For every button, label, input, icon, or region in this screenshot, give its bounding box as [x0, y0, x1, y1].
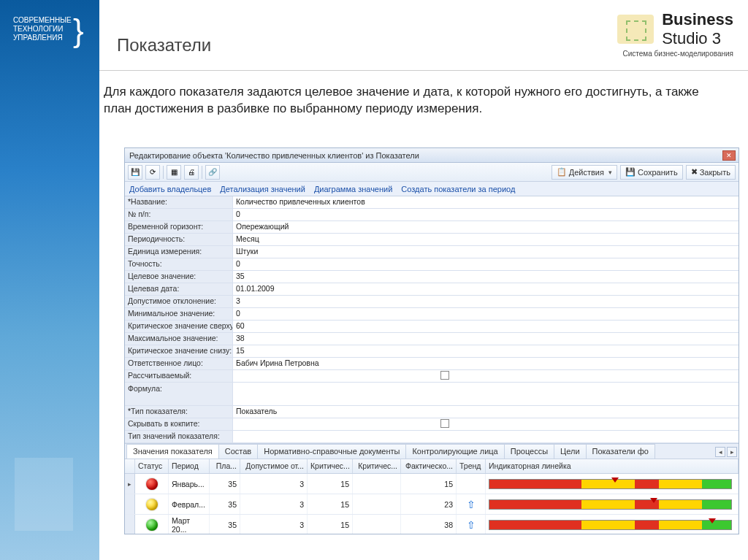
- grid-icon[interactable]: ▦: [167, 165, 181, 180]
- form-value[interactable]: 60: [233, 321, 739, 332]
- tab-nav-button[interactable]: ◂: [715, 447, 725, 457]
- col-indicator[interactable]: Индикаторная линейка: [486, 459, 739, 473]
- logo-line: УПРАВЛЕНИЯ: [13, 34, 72, 42]
- form-value[interactable]: Штуки: [233, 246, 739, 258]
- form-label: Тип показателя:: [125, 406, 233, 418]
- form-row: Периодичность:Месяц: [125, 234, 739, 246]
- status-dot-green: [146, 519, 158, 531]
- table-row[interactable]: Март 20...3531538⇧: [125, 515, 739, 534]
- cell: 35: [210, 515, 240, 534]
- form-row: Единица измерения:Штуки: [125, 246, 739, 258]
- app-window: Редактирование объекта 'Количество привл…: [124, 147, 739, 534]
- cell: 38: [401, 515, 457, 534]
- form-value[interactable]: Месяц: [233, 234, 739, 245]
- form-value[interactable]: 0: [233, 209, 739, 220]
- form-value[interactable]: 01.01.2009: [233, 283, 739, 295]
- tab[interactable]: Нормативно-справочные документы: [257, 444, 406, 459]
- table-row[interactable]: Феврал...3531523⇧: [125, 494, 739, 515]
- cell-trend: ⇧: [457, 515, 486, 534]
- cell: 15: [401, 474, 457, 494]
- gauge: [489, 479, 732, 489]
- form-label: Целевое значение:: [125, 271, 233, 283]
- divider: [99, 70, 748, 71]
- refresh-icon[interactable]: ⟳: [145, 165, 160, 180]
- left-logo: СОВРЕМЕННЫЕ ТЕХНОЛОГИИ УПРАВЛЕНИЯ }: [13, 16, 72, 42]
- link-diagram[interactable]: Диаграмма значений: [314, 185, 392, 193]
- tab[interactable]: Значения показателя: [126, 444, 219, 459]
- col-crit2[interactable]: Критичес...: [353, 459, 401, 473]
- table-row[interactable]: ▸Январь...3531515: [125, 474, 739, 494]
- col-dev[interactable]: Допустимое от...: [240, 459, 308, 473]
- form-value[interactable]: 0: [233, 258, 739, 270]
- tab[interactable]: Состав: [218, 444, 258, 459]
- tab[interactable]: Цели: [554, 444, 586, 459]
- form-row: Название:Количество привлеченных клиенто…: [125, 196, 739, 209]
- form-value[interactable]: 35: [233, 271, 739, 283]
- linkbar: Добавить владельцев Детализация значений…: [125, 182, 739, 196]
- checkbox[interactable]: [440, 419, 449, 428]
- form-label: № п/п:: [125, 209, 233, 220]
- form-value[interactable]: 3: [233, 296, 739, 307]
- form-value[interactable]: [233, 431, 739, 442]
- close-icon[interactable]: ✕: [722, 150, 736, 161]
- cell: 15: [308, 474, 353, 494]
- form-row: Точность:0: [125, 258, 739, 271]
- tab[interactable]: Показатели фо: [586, 444, 655, 459]
- cell: 3: [240, 474, 308, 494]
- tab[interactable]: Контролирующие лица: [405, 444, 504, 459]
- close-button[interactable]: ✖ Закрыть: [686, 165, 736, 180]
- cell: 3: [240, 515, 308, 534]
- titlebar[interactable]: Редактирование объекта 'Количество привл…: [125, 148, 739, 163]
- cell-status: [135, 515, 169, 534]
- form-label: Целевая дата:: [125, 283, 233, 295]
- form-value[interactable]: 0: [233, 308, 739, 320]
- cell-period: Март 20...: [169, 515, 210, 534]
- form-value[interactable]: [233, 418, 739, 430]
- form-value[interactable]: Опережающий: [233, 221, 739, 233]
- cell: [353, 494, 401, 514]
- form-value[interactable]: Показатель: [233, 406, 739, 418]
- cell-indicator: [486, 474, 739, 494]
- form-label: Минимальное значение:: [125, 308, 233, 320]
- cell-trend: [457, 474, 486, 494]
- form-row: Формула:: [125, 383, 739, 406]
- tab-nav-button[interactable]: ▸: [727, 447, 737, 457]
- form-value[interactable]: Бабич Ирина Петровна: [233, 358, 739, 369]
- form-row: Критическое значение снизу:15: [125, 345, 739, 358]
- cell: 3: [240, 494, 308, 514]
- col-crit[interactable]: Критичес...: [308, 459, 353, 473]
- form-value[interactable]: Количество привлеченных клиентов: [233, 196, 739, 208]
- link-add-owners[interactable]: Добавить владельцев: [129, 185, 211, 193]
- cell-period: Январь...: [169, 474, 210, 494]
- form-row: Рассчитываемый:: [125, 370, 739, 383]
- col-plan[interactable]: Пла...: [210, 459, 240, 473]
- form-label: Периодичность:: [125, 234, 233, 245]
- save-icon[interactable]: 💾: [128, 165, 142, 180]
- save-button[interactable]: 💾 Сохранить: [620, 165, 683, 180]
- checkbox[interactable]: [440, 371, 449, 380]
- cell-indicator: [486, 494, 739, 514]
- col-fact[interactable]: Фактическо...: [401, 459, 457, 473]
- tab[interactable]: Процессы: [504, 444, 554, 459]
- form-label: Тип значений показателя:: [125, 431, 233, 442]
- col-status[interactable]: Статус: [135, 459, 169, 473]
- gauge: [489, 520, 732, 530]
- form-label: Единица измерения:: [125, 246, 233, 258]
- col-trend[interactable]: Тренд: [457, 459, 486, 473]
- form-value[interactable]: [233, 383, 739, 405]
- col-period[interactable]: Период: [169, 459, 210, 473]
- actions-button[interactable]: 📋 Действия: [552, 165, 617, 180]
- print-icon[interactable]: 🖨: [184, 165, 199, 180]
- close-label: Закрыть: [700, 168, 730, 177]
- right-logo: Business Studio 3 Система бизнес-моделир…: [617, 10, 733, 58]
- cell: 23: [401, 494, 457, 514]
- link-create-period[interactable]: Создать показатели за период: [401, 185, 515, 193]
- form-value[interactable]: [233, 370, 739, 382]
- link-icon[interactable]: 🔗: [205, 165, 220, 180]
- link-detail-values[interactable]: Детализация значений: [220, 185, 305, 193]
- gauge: [489, 499, 732, 510]
- form-value[interactable]: 15: [233, 345, 739, 357]
- form-value[interactable]: 38: [233, 333, 739, 345]
- form-row: № п/п:0: [125, 209, 739, 221]
- form-label: Рассчитываемый:: [125, 370, 233, 382]
